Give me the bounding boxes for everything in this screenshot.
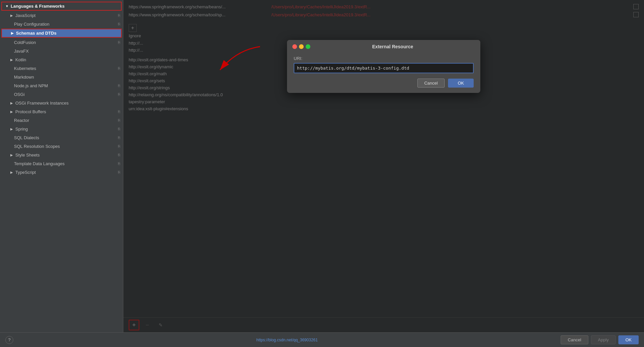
sidebar-item-sql-dialects[interactable]: SQL Dialects ⎘ xyxy=(0,133,123,142)
help-button[interactable]: ? xyxy=(5,336,13,344)
uri-input[interactable] xyxy=(294,63,474,73)
protocol-arrow: ▶ xyxy=(9,109,14,114)
sidebar-item-protocol-buffers[interactable]: ▶ Protocol Buffers ⎘ xyxy=(0,107,123,116)
copy-icon: ⎘ xyxy=(118,92,120,96)
sidebar-item-label: Template Data Languages xyxy=(14,161,65,166)
close-light[interactable] xyxy=(292,44,297,49)
sidebar-item-style-sheets[interactable]: ▶ Style Sheets ⎘ xyxy=(0,151,123,159)
sidebar-item-osgi[interactable]: OSGi ⎘ xyxy=(0,90,123,99)
sidebar-item-label: Kotlin xyxy=(15,57,26,62)
maximize-light[interactable] xyxy=(306,44,310,49)
sidebar-item-javafx[interactable]: JavaFX xyxy=(0,47,123,55)
sidebar-item-label: ColdFusion xyxy=(14,40,36,45)
sidebar-item-label: TypeScript xyxy=(15,170,36,175)
main-layout: ▼ Languages & Frameworks ▶ JavaScript ⎘ … xyxy=(0,0,644,347)
sidebar-item-label: SQL Resolution Scopes xyxy=(14,144,60,149)
section-header-label: Languages & Frameworks xyxy=(11,4,65,9)
copy-icon: ⎘ xyxy=(118,13,120,17)
uri-label: URI: xyxy=(294,56,474,61)
footer: ? https://blog.csdn.net/qq_36903261 Canc… xyxy=(0,332,644,347)
sidebar-item-sql-resolution[interactable]: SQL Resolution Scopes ⎘ xyxy=(0,142,123,151)
copy-icon: ⎘ xyxy=(118,153,120,157)
minimize-light[interactable] xyxy=(299,44,304,49)
section-header-languages[interactable]: ▼ Languages & Frameworks xyxy=(1,2,122,11)
footer-link[interactable]: https://blog.csdn.net/qq_36903261 xyxy=(256,338,318,342)
copy-icon: ⎘ xyxy=(118,144,120,148)
arrow-annotation xyxy=(203,43,270,83)
copy-icon: ⎘ xyxy=(118,110,120,114)
sidebar: ▼ Languages & Frameworks ▶ JavaScript ⎘ … xyxy=(0,0,123,332)
copy-icon: ⎘ xyxy=(118,118,120,122)
sidebar-item-label: OSGi Framework Instances xyxy=(15,101,69,106)
sidebar-item-label: Markdown xyxy=(14,75,34,80)
copy-icon: ⎘ xyxy=(118,136,120,140)
style-sheets-arrow: ▶ xyxy=(9,153,14,157)
copy-icon: ⎘ xyxy=(118,127,120,131)
sidebar-item-coldfusion[interactable]: ColdFusion ⎘ xyxy=(0,38,123,47)
schemas-arrow: ▶ xyxy=(10,31,15,35)
spring-arrow: ▶ xyxy=(9,127,14,131)
copy-icon: ⎘ xyxy=(118,162,120,166)
sidebar-item-label: Schemas and DTDs xyxy=(16,31,56,36)
sidebar-item-label: Kubernetes xyxy=(14,66,36,71)
sidebar-item-javascript[interactable]: ▶ JavaScript ⎘ xyxy=(0,11,123,20)
sidebar-item-label: JavaFX xyxy=(14,49,29,54)
dialog-titlebar: External Resource xyxy=(287,40,480,52)
footer-cancel-button[interactable]: Cancel xyxy=(561,335,588,344)
sidebar-item-play-config[interactable]: Play Configuration ⎘ xyxy=(0,20,123,28)
sidebar-item-label: Play Configuration xyxy=(14,22,49,27)
sidebar-item-osgi-framework[interactable]: ▶ OSGi Framework Instances xyxy=(0,99,123,107)
copy-icon: ⎘ xyxy=(118,66,120,70)
sidebar-item-typescript[interactable]: ▶ TypeScript ⎘ xyxy=(0,168,123,176)
sidebar-item-nodejs[interactable]: Node.js and NPM ⎘ xyxy=(0,81,123,90)
dialog-title: External Resource xyxy=(310,44,475,49)
sidebar-item-reactor[interactable]: Reactor ⎘ xyxy=(0,116,123,125)
content-area: ▼ Languages & Frameworks ▶ JavaScript ⎘ … xyxy=(0,0,644,332)
external-resource-dialog: External Resource URI: Cancel OK xyxy=(287,40,480,93)
dialog-body: URI: Cancel OK xyxy=(287,52,480,93)
typescript-arrow: ▶ xyxy=(9,170,14,174)
osgi-framework-arrow: ▶ xyxy=(9,101,14,105)
dialog-cancel-button[interactable]: Cancel xyxy=(417,79,445,88)
sidebar-item-template-data[interactable]: Template Data Languages ⎘ xyxy=(0,159,123,168)
sidebar-item-markdown[interactable]: Markdown xyxy=(0,73,123,81)
sidebar-item-label: Style Sheets xyxy=(15,153,40,158)
copy-icon: ⎘ xyxy=(118,170,120,174)
javascript-arrow: ▶ xyxy=(9,13,14,18)
sidebar-item-label: SQL Dialects xyxy=(14,135,39,140)
copy-icon: ⎘ xyxy=(118,22,120,26)
footer-ok-button[interactable]: OK xyxy=(618,335,639,344)
traffic-lights xyxy=(292,44,310,49)
dialog-ok-button[interactable]: OK xyxy=(448,79,474,88)
right-panel: https://www.springframework.org/schema/b… xyxy=(123,0,644,332)
sidebar-item-schemas-dtds[interactable]: ▶ Schemas and DTDs xyxy=(1,29,122,38)
dialog-overlay: External Resource URI: Cancel OK xyxy=(123,0,644,332)
sidebar-item-label: OSGi xyxy=(14,92,25,97)
sidebar-item-kubernetes[interactable]: Kubernetes ⎘ xyxy=(0,64,123,73)
sidebar-item-label: Protocol Buffers xyxy=(15,109,46,114)
dialog-actions: Cancel OK xyxy=(294,79,474,88)
section-expand-arrow: ▼ xyxy=(5,4,9,9)
footer-apply-button[interactable]: Apply xyxy=(591,335,616,344)
kotlin-arrow: ▶ xyxy=(9,57,14,62)
sidebar-item-spring[interactable]: ▶ Spring ⎘ xyxy=(0,125,123,133)
sidebar-item-label: Spring xyxy=(15,127,28,132)
sidebar-item-label: JavaScript xyxy=(15,13,36,18)
sidebar-item-label: Reactor xyxy=(14,118,29,123)
sidebar-item-label: Node.js and NPM xyxy=(14,83,48,88)
copy-icon: ⎘ xyxy=(118,40,120,44)
sidebar-item-kotlin[interactable]: ▶ Kotlin xyxy=(0,55,123,64)
copy-icon: ⎘ xyxy=(118,84,120,88)
